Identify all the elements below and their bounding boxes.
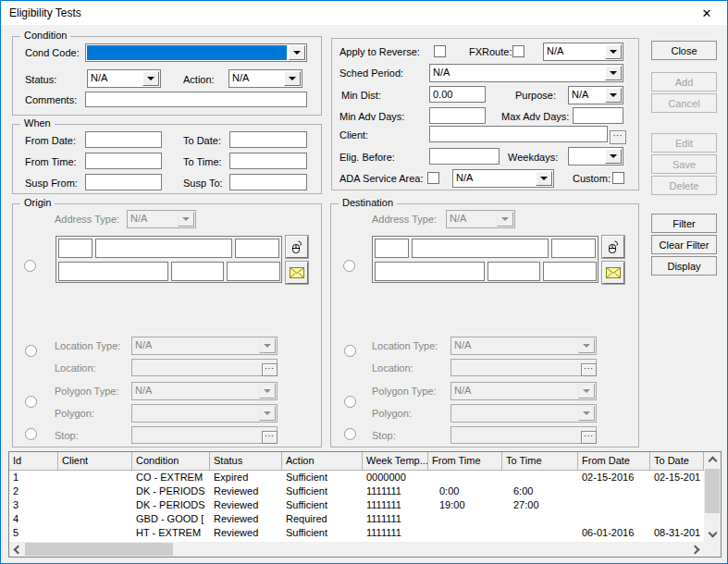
destination-stop-radio[interactable]	[344, 428, 356, 440]
column-header-week-temp[interactable]: Week Temp...	[363, 452, 428, 471]
origin-address-cell-2[interactable]	[95, 239, 232, 258]
table-row[interactable]: 3DK - PERIODSReviewedSufficient111111119…	[9, 498, 704, 512]
chevron-down-icon[interactable]	[142, 71, 159, 86]
column-header-condition[interactable]: Condition	[132, 452, 210, 471]
chevron-down-icon[interactable]	[289, 45, 305, 60]
comments-input[interactable]	[85, 92, 307, 107]
to-time-input[interactable]	[229, 153, 307, 169]
origin-address-radio[interactable]	[24, 260, 36, 272]
destination-location-type-combo: N/A	[450, 337, 597, 355]
chevron-down-icon[interactable]	[605, 66, 622, 80]
cond-code-combo[interactable]	[85, 43, 307, 62]
from-date-input[interactable]	[85, 131, 162, 148]
custom-checkbox[interactable]	[612, 172, 624, 184]
susp-to-input[interactable]	[229, 174, 307, 190]
table-cell	[58, 484, 132, 498]
vertical-scrollbar[interactable]	[704, 452, 721, 542]
destination-stop-browse-button[interactable]: ...	[581, 431, 597, 444]
purpose-combo[interactable]: N/A	[568, 86, 623, 104]
origin-address-cell-4[interactable]	[58, 262, 168, 281]
max-adv-days-input[interactable]	[573, 107, 623, 124]
origin-address-cell-3[interactable]	[235, 239, 279, 258]
destination-address-cell-4[interactable]	[375, 262, 485, 281]
ada-combo[interactable]: N/A	[452, 169, 554, 188]
origin-location-label: Location:	[55, 362, 96, 374]
ada-service-area-checkbox[interactable]	[427, 172, 439, 184]
column-header-from-time[interactable]: From Time	[428, 452, 502, 471]
column-header-client[interactable]: Client	[58, 452, 132, 471]
origin-address-cell-1[interactable]	[58, 239, 93, 258]
min-adv-days-input[interactable]	[429, 107, 486, 124]
column-header-from-date[interactable]: From Date	[578, 452, 650, 471]
chevron-down-icon	[497, 212, 513, 227]
filter-button[interactable]: Filter	[651, 214, 717, 233]
vertical-scroll-thumb[interactable]	[705, 469, 720, 513]
column-header-status[interactable]: Status	[210, 452, 282, 471]
clear-filter-button[interactable]: Clear Filter	[651, 235, 717, 254]
column-header-id[interactable]: Id	[9, 452, 58, 471]
status-combo[interactable]: N/A	[87, 69, 161, 88]
purpose-value: N/A	[569, 87, 604, 104]
destination-address-cell-5[interactable]	[487, 262, 540, 281]
destination-address-radio[interactable]	[343, 260, 355, 272]
origin-address-cell-5[interactable]	[171, 262, 224, 281]
chevron-down-icon[interactable]	[605, 88, 622, 103]
fxroute-combo[interactable]: N/A	[543, 43, 623, 61]
origin-mail-button[interactable]	[286, 262, 308, 284]
close-window-button[interactable]: ✕	[686, 1, 727, 25]
display-button[interactable]: Display	[651, 256, 717, 276]
destination-map-pick-button[interactable]	[602, 236, 624, 258]
table-row[interactable]: 5HT - EXTREMReviewedSufficient111111106-…	[9, 526, 704, 540]
chevron-down-icon[interactable]	[536, 171, 552, 186]
destination-address-cell-3[interactable]	[551, 239, 596, 258]
destination-location-browse-button[interactable]: ...	[581, 363, 597, 376]
origin-location-browse-button[interactable]: ...	[262, 363, 278, 376]
chevron-down-icon[interactable]	[605, 149, 622, 164]
mouse-icon	[606, 239, 621, 254]
table-row[interactable]: 1CO - EXTREMExpiredSufficient000000002-1…	[9, 471, 704, 484]
client-input[interactable]	[429, 126, 608, 142]
apply-to-reverse-checkbox[interactable]	[434, 45, 446, 57]
action-combo[interactable]: N/A	[228, 69, 302, 88]
destination-polygon-radio[interactable]	[344, 396, 356, 408]
client-browse-button[interactable]: ...	[610, 130, 626, 144]
min-dist-input[interactable]: 0.00	[429, 86, 486, 103]
elig-before-input[interactable]	[429, 148, 500, 165]
destination-location-radio[interactable]	[344, 345, 356, 357]
origin-polygon-radio[interactable]	[25, 396, 37, 408]
min-adv-days-label: Min Adv Days:	[339, 111, 404, 123]
susp-from-input[interactable]	[85, 174, 162, 190]
column-header-to-date[interactable]: To Date	[650, 452, 704, 471]
close-button[interactable]: Close	[651, 41, 717, 60]
destination-address-cell-1[interactable]	[375, 239, 409, 258]
chevron-down-icon[interactable]	[284, 71, 301, 86]
column-header-to-time[interactable]: To Time	[502, 452, 578, 471]
origin-address-cell-6[interactable]	[227, 262, 280, 281]
destination-address-cell-2[interactable]	[412, 239, 549, 258]
destination-mail-button[interactable]	[602, 262, 624, 284]
origin-stop-radio[interactable]	[25, 428, 37, 440]
origin-location-radio[interactable]	[25, 345, 37, 357]
sched-period-combo[interactable]: N/A	[429, 64, 623, 82]
table-row[interactable]: 2DK - PERIODSReviewedSufficient11111110:…	[9, 484, 704, 498]
to-date-input[interactable]	[229, 131, 307, 148]
chevron-down-icon[interactable]	[605, 44, 622, 59]
scroll-down-icon[interactable]	[704, 527, 721, 542]
scroll-left-icon[interactable]	[9, 542, 24, 557]
table-row[interactable]: 4GBD - GOOD [ReviewedRequired1111111	[9, 512, 704, 526]
fxroute-checkbox[interactable]	[512, 45, 524, 57]
sched-period-label: Sched Period:	[339, 67, 403, 80]
scroll-right-icon[interactable]	[689, 542, 704, 557]
origin-stop-browse-button[interactable]: ...	[262, 431, 278, 444]
weekdays-combo[interactable]	[568, 147, 623, 166]
scroll-up-icon[interactable]	[704, 452, 721, 467]
column-header-action[interactable]: Action	[282, 452, 363, 471]
destination-address-cell-6[interactable]	[543, 262, 597, 281]
horizontal-scroll-thumb[interactable]	[25, 543, 173, 556]
ada-service-area-label: ADA Service Area:	[339, 173, 424, 185]
origin-map-pick-button[interactable]	[286, 236, 308, 258]
title-bar: Eligibility Tests ✕	[1, 1, 727, 25]
horizontal-scrollbar[interactable]	[9, 542, 704, 557]
table-cell: 3	[9, 498, 58, 512]
from-time-input[interactable]	[85, 153, 162, 169]
